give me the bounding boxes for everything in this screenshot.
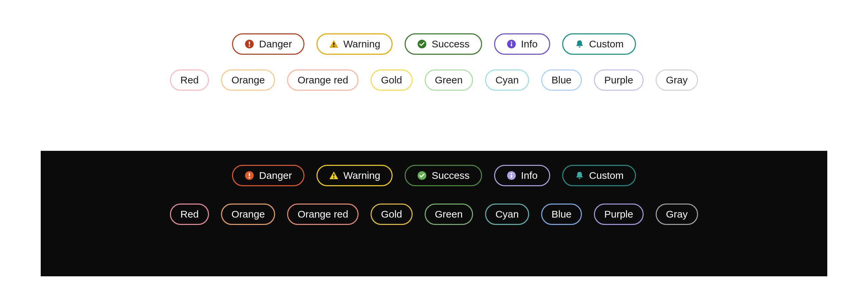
pill-label: Blue bbox=[552, 75, 571, 85]
exclamation-circle-icon bbox=[244, 39, 254, 49]
pill-label: Gray bbox=[666, 75, 688, 85]
pill-color-orange[interactable]: Orange bbox=[221, 69, 275, 91]
light-theme-panel: Danger Warning Success Info bbox=[41, 25, 827, 99]
pill-label: Warning bbox=[344, 39, 380, 49]
color-pill-row-dark: Red Orange Orange red Gold Green Cyan Bl… bbox=[41, 192, 827, 234]
pill-label: Purple bbox=[604, 209, 633, 219]
pill-custom[interactable]: Custom bbox=[562, 33, 636, 55]
pill-color-cyan[interactable]: Cyan bbox=[485, 204, 529, 225]
pill-label: Custom bbox=[589, 171, 624, 180]
pill-success[interactable]: Success bbox=[405, 33, 482, 55]
pill-color-gold[interactable]: Gold bbox=[371, 204, 412, 225]
canvas: Danger Warning Success Info bbox=[0, 0, 868, 307]
bell-icon bbox=[575, 171, 585, 180]
pill-color-orange[interactable]: Orange bbox=[221, 204, 275, 225]
color-pill-row-light: Red Orange Orange red Gold Green Cyan Bl… bbox=[41, 61, 827, 99]
pill-custom[interactable]: Custom bbox=[562, 165, 636, 186]
exclamation-circle-icon bbox=[244, 171, 254, 180]
pill-label: Green bbox=[435, 75, 463, 85]
pill-label: Orange bbox=[231, 209, 265, 219]
pill-info[interactable]: Info bbox=[494, 33, 550, 55]
pill-color-purple[interactable]: Purple bbox=[594, 69, 644, 91]
status-pill-row-dark: Danger Warning Success Info bbox=[41, 151, 827, 192]
check-circle-icon bbox=[417, 171, 427, 180]
pill-color-blue[interactable]: Blue bbox=[541, 204, 582, 225]
pill-color-orangered[interactable]: Orange red bbox=[287, 69, 359, 91]
pill-label: Success bbox=[432, 171, 469, 180]
exclamation-triangle-icon bbox=[329, 39, 339, 49]
pill-color-blue[interactable]: Blue bbox=[541, 69, 582, 91]
pill-color-cyan[interactable]: Cyan bbox=[485, 69, 529, 91]
exclamation-triangle-icon bbox=[329, 171, 339, 180]
bell-icon bbox=[575, 39, 585, 49]
pill-label: Red bbox=[180, 209, 199, 219]
pill-color-gold[interactable]: Gold bbox=[371, 69, 412, 91]
pill-label: Gold bbox=[381, 75, 402, 85]
pill-label: Custom bbox=[589, 39, 624, 49]
pill-label: Info bbox=[521, 39, 538, 49]
pill-label: Danger bbox=[259, 171, 292, 180]
pill-color-green[interactable]: Green bbox=[425, 204, 473, 225]
pill-label: Gold bbox=[381, 209, 402, 219]
pill-label: Purple bbox=[604, 75, 633, 85]
pill-color-orangered[interactable]: Orange red bbox=[287, 204, 359, 225]
info-circle-icon bbox=[506, 39, 517, 49]
pill-label: Gray bbox=[666, 209, 688, 219]
status-pill-row-light: Danger Warning Success Info bbox=[41, 25, 827, 61]
pill-label: Warning bbox=[344, 171, 380, 180]
pill-label: Success bbox=[432, 39, 469, 49]
pill-label: Cyan bbox=[495, 75, 519, 85]
pill-label: Red bbox=[180, 75, 199, 85]
pill-label: Orange red bbox=[298, 209, 348, 219]
pill-danger[interactable]: Danger bbox=[232, 33, 304, 55]
dark-theme-panel: Danger Warning Success Info bbox=[41, 151, 827, 276]
pill-color-purple[interactable]: Purple bbox=[594, 204, 644, 225]
pill-label: Cyan bbox=[495, 209, 519, 219]
pill-color-gray[interactable]: Gray bbox=[656, 69, 698, 91]
pill-info[interactable]: Info bbox=[494, 165, 550, 186]
pill-warning[interactable]: Warning bbox=[316, 33, 393, 55]
pill-color-red[interactable]: Red bbox=[170, 69, 209, 91]
pill-label: Orange red bbox=[298, 75, 348, 85]
pill-label: Green bbox=[435, 209, 463, 219]
pill-label: Danger bbox=[259, 39, 292, 49]
pill-label: Orange bbox=[231, 75, 265, 85]
pill-success[interactable]: Success bbox=[405, 165, 482, 186]
pill-color-green[interactable]: Green bbox=[425, 69, 473, 91]
pill-color-gray[interactable]: Gray bbox=[656, 204, 698, 225]
pill-danger[interactable]: Danger bbox=[232, 165, 304, 186]
pill-warning[interactable]: Warning bbox=[316, 165, 393, 186]
info-circle-icon bbox=[506, 171, 517, 180]
check-circle-icon bbox=[417, 39, 427, 49]
pill-label: Info bbox=[521, 171, 538, 180]
pill-color-red[interactable]: Red bbox=[170, 204, 209, 225]
pill-label: Blue bbox=[552, 209, 571, 219]
